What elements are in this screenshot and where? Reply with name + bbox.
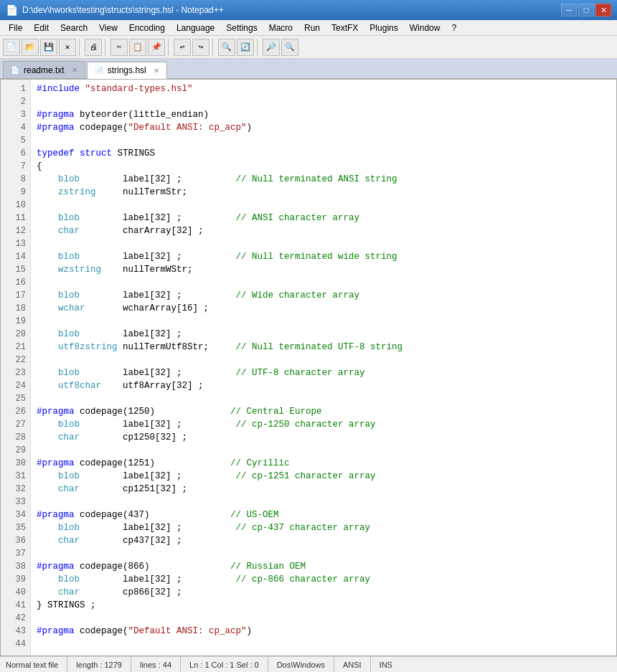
tb-cut[interactable]: ✂	[110, 39, 128, 56]
status-bar: Normal text file length : 1279 lines : 4…	[0, 656, 617, 672]
menu-view[interactable]: View	[93, 20, 123, 36]
line-number: 30	[1, 457, 30, 470]
line-number: 36	[1, 534, 30, 547]
line-number: 3	[1, 108, 30, 121]
close-button[interactable]: ✕	[595, 4, 611, 16]
code-line	[37, 276, 611, 289]
line-number: 26	[1, 405, 30, 418]
line-numbers: 1234567891011121314151617181920212223242…	[1, 80, 31, 656]
line-number: 29	[1, 444, 30, 457]
line-number: 23	[1, 366, 30, 379]
menu-plugins[interactable]: Plugins	[364, 20, 403, 36]
menu-help[interactable]: ?	[446, 20, 462, 36]
tab-readme[interactable]: 📄 readme.txt ✕	[3, 61, 85, 78]
line-number: 14	[1, 250, 30, 263]
line-number: 22	[1, 354, 30, 366]
code-line: char charArray[32] ;	[37, 224, 611, 237]
tab-strings[interactable]: 📄 strings.hsl ✕	[87, 62, 167, 79]
tb-replace[interactable]: 🔄	[237, 39, 254, 56]
tb-find[interactable]: 🔍	[218, 39, 235, 56]
minimize-button[interactable]: ─	[561, 4, 577, 16]
code-line: wchar wcharArray[16] ;	[37, 302, 611, 315]
code-line	[37, 354, 611, 366]
menu-window[interactable]: Window	[404, 20, 446, 36]
tb-close[interactable]: ✕	[59, 39, 76, 56]
line-number: 41	[1, 599, 30, 612]
code-line	[37, 392, 611, 405]
line-number: 28	[1, 431, 30, 444]
line-number: 10	[1, 199, 30, 212]
maximize-button[interactable]: □	[578, 4, 594, 16]
code-line	[37, 547, 611, 560]
line-number: 34	[1, 508, 30, 521]
tb-new[interactable]: 📄	[3, 39, 20, 56]
tab-strings-close[interactable]: ✕	[154, 67, 159, 75]
code-line	[37, 496, 611, 508]
code-line: wzstring nullTermWStr;	[37, 263, 611, 276]
tb-open[interactable]: 📂	[22, 39, 39, 56]
line-number: 20	[1, 328, 30, 341]
code-line: #pragma codepage("Default ANSI: cp_acp")	[37, 121, 611, 134]
code-line: blob label[32] ; // cp-866 character arr…	[37, 573, 611, 586]
tab-strings-label: strings.hsl	[108, 65, 146, 75]
title-bar: 📄 D:\dev\hworks\testing\structs\strings.…	[0, 0, 617, 20]
menu-edit[interactable]: Edit	[28, 20, 55, 36]
menu-run[interactable]: Run	[298, 20, 326, 36]
line-number: 11	[1, 212, 30, 224]
line-number: 17	[1, 289, 30, 302]
line-number: 37	[1, 547, 30, 560]
code-line: #pragma byteorder(little_endian)	[37, 108, 611, 121]
code-line: char cp866[32] ;	[37, 586, 611, 599]
tab-readme-close[interactable]: ✕	[72, 66, 77, 74]
toolbar-separator-4	[212, 39, 215, 56]
tb-paste[interactable]: 📌	[148, 39, 165, 56]
tb-print[interactable]: 🖨	[85, 39, 102, 56]
window-title: D:\dev\hworks\testing\structs\strings.hs…	[22, 5, 561, 15]
window-controls: ─ □ ✕	[561, 4, 611, 16]
tab-strings-icon: 📄	[95, 67, 103, 75]
line-number: 24	[1, 379, 30, 392]
code-line: {	[37, 160, 611, 173]
tb-zoom-in[interactable]: 🔎	[263, 39, 280, 56]
code-line: blob label[32] ; // ANSI character array	[37, 212, 611, 224]
tb-copy[interactable]: 📋	[129, 39, 146, 56]
menu-file[interactable]: File	[3, 20, 28, 36]
menu-search[interactable]: Search	[55, 20, 93, 36]
tb-redo[interactable]: ↪	[192, 39, 209, 56]
line-number: 35	[1, 521, 30, 534]
editor: 1234567891011121314151617181920212223242…	[0, 79, 617, 656]
code-line	[37, 134, 611, 147]
status-line-ending: Dos\Windows	[268, 657, 334, 672]
tb-zoom-out[interactable]: 🔍	[281, 39, 298, 56]
code-editor[interactable]: #include "standard-types.hsl"#pragma byt…	[31, 80, 616, 656]
code-line: #pragma codepage(1250) // Central Europe	[37, 405, 611, 418]
code-line: #include "standard-types.hsl"	[37, 82, 611, 95]
code-line: } STRINGS ;	[37, 599, 611, 612]
menu-textfx[interactable]: TextFX	[326, 20, 364, 36]
line-number: 5	[1, 134, 30, 147]
line-number: 4	[1, 121, 30, 134]
code-line: #pragma codepage(437) // US-OEM	[37, 508, 611, 521]
menu-encoding[interactable]: Encoding	[123, 20, 171, 36]
line-number: 8	[1, 173, 30, 186]
tb-save[interactable]: 💾	[40, 39, 57, 56]
code-line	[37, 444, 611, 457]
code-line: char cp437[32] ;	[37, 534, 611, 547]
tb-undo[interactable]: ↩	[174, 39, 191, 56]
menu-settings[interactable]: Settings	[220, 20, 263, 36]
code-line: typedef struct STRINGS	[37, 147, 611, 160]
code-line: blob label[32] ; // UTF-8 character arra…	[37, 366, 611, 379]
line-number: 32	[1, 483, 30, 496]
line-number: 19	[1, 315, 30, 328]
menu-macro[interactable]: Macro	[263, 20, 298, 36]
code-line: char cp1250[32] ;	[37, 431, 611, 444]
line-number: 12	[1, 224, 30, 237]
menu-language[interactable]: Language	[171, 20, 220, 36]
line-number: 21	[1, 341, 30, 354]
status-lines: lines : 44	[131, 657, 181, 672]
toolbar-separator-5	[257, 39, 260, 56]
code-line: blob label[32] ; // cp-1250 character ar…	[37, 418, 611, 431]
code-line: #pragma codepage("Default ANSI: cp_acp")	[37, 625, 611, 638]
line-number: 13	[1, 237, 30, 250]
line-number: 2	[1, 95, 30, 108]
